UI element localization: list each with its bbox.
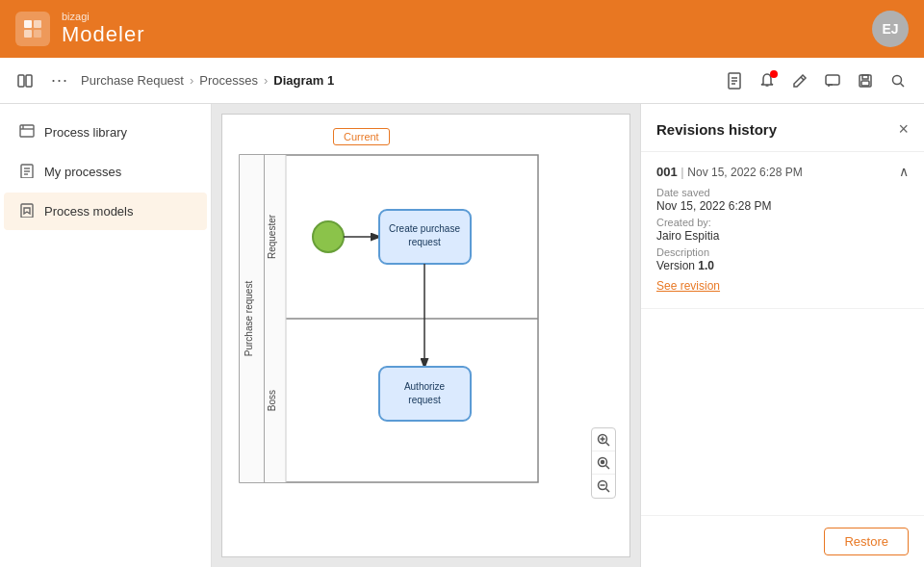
date-saved-value: Nov 15, 2022 6:28 PM (656, 199, 909, 213)
sidebar-item-my-processes[interactable]: My processes (4, 153, 207, 191)
see-revision-row: See revision (656, 278, 909, 293)
restore-button[interactable]: Restore (824, 528, 909, 555)
revision-date-saved-row: Date saved Nov 15, 2022 6:28 PM (656, 187, 909, 213)
requester-label-text: Requester (267, 214, 277, 259)
authorize-task-text: Authorize (404, 381, 446, 392)
description-label: Description (656, 246, 909, 258)
process-library-icon (19, 123, 35, 142)
svg-point-16 (893, 75, 902, 84)
zoom-in-button[interactable] (592, 428, 615, 451)
brand: bizagi Modeler (62, 11, 144, 47)
date-saved-label: Date saved (656, 187, 909, 198)
main-layout: Process library My processes Process m (0, 104, 924, 567)
search-button[interactable] (884, 66, 912, 95)
document-button[interactable] (720, 66, 749, 95)
edit-button[interactable] (785, 66, 814, 95)
my-processes-label: My processes (44, 165, 121, 179)
revision-description-row: Description Version 1.0 (656, 246, 909, 272)
revision-item: 001 | Nov 15, 2022 6:28 PM ∧ Date saved … (641, 152, 924, 309)
start-event (313, 221, 344, 252)
brand-large: Modeler (62, 22, 144, 47)
svg-rect-14 (862, 75, 868, 79)
created-by-label: Created by: (656, 217, 909, 228)
authorize-task-text2: request (408, 395, 441, 405)
sidebar-item-process-models[interactable]: Process models (4, 193, 207, 230)
process-models-label: Process models (44, 204, 133, 219)
process-library-label: Process library (44, 125, 127, 140)
svg-rect-2 (24, 30, 32, 38)
pool-label-text: Purchase request (244, 281, 254, 357)
breadcrumb-purchase-request[interactable]: Purchase Request (81, 73, 184, 88)
pool-svg: Purchase request Requester Boss (222, 115, 629, 556)
svg-rect-15 (861, 81, 869, 86)
description-prefix: Version (656, 259, 698, 272)
more-button[interactable]: ··· (46, 67, 73, 94)
sidebar-item-process-library[interactable]: Process library (4, 114, 207, 151)
canvas-area: Current Purchase request Requester (212, 104, 640, 567)
canvas-inner: Current Purchase request Requester (221, 114, 630, 557)
brand-small: bizagi (62, 11, 144, 22)
create-task-text: Create purchase (389, 223, 460, 234)
save-button[interactable] (851, 66, 880, 95)
panel-toggle-button[interactable] (12, 67, 38, 94)
notification-dot (770, 70, 778, 78)
revision-num-text: 001 (656, 165, 678, 179)
svg-rect-3 (34, 30, 41, 38)
create-task-text2: request (408, 237, 441, 247)
svg-line-40 (606, 465, 610, 469)
revision-number-row: 001 | Nov 15, 2022 6:28 PM ∧ (656, 164, 909, 179)
svg-rect-25 (21, 204, 33, 218)
svg-line-11 (801, 77, 804, 80)
zoom-out-button[interactable] (592, 475, 615, 498)
svg-rect-0 (24, 20, 32, 28)
revisions-close-button[interactable]: × (898, 119, 909, 140)
breadcrumb-sep-1: › (190, 73, 193, 88)
breadcrumb-diagram1[interactable]: Diagram 1 (273, 73, 334, 88)
breadcrumb-processes[interactable]: Processes (199, 73, 258, 88)
header: bizagi Modeler EJ (0, 0, 924, 58)
sidebar: Process library My processes Process m (0, 104, 212, 567)
see-revision-link[interactable]: See revision (656, 279, 720, 293)
revision-footer: Restore (641, 515, 924, 567)
revisions-panel: Revisions history × 001 | Nov 15, 2022 6… (640, 104, 924, 567)
svg-rect-5 (26, 75, 32, 87)
toolbar: ··· Purchase Request › Processes › Diagr… (0, 58, 924, 104)
comment-button[interactable] (818, 66, 847, 95)
description-value: Version 1.0 (656, 259, 909, 272)
zoom-fit-button[interactable] (592, 451, 615, 475)
bell-button[interactable] (753, 66, 782, 95)
breadcrumb-sep-2: › (264, 73, 268, 88)
authorize-task-box (379, 367, 471, 421)
breadcrumb: Purchase Request › Processes › Diagram 1 (81, 73, 334, 88)
revision-number: 001 | Nov 15, 2022 6:28 PM (656, 165, 803, 179)
revision-date-text: Nov 15, 2022 6:28 PM (687, 166, 802, 179)
boss-label-text: Boss (267, 390, 277, 411)
revisions-title: Revisions history (656, 121, 777, 138)
bpmn-diagram: Current Purchase request Requester (222, 115, 629, 556)
svg-rect-4 (18, 75, 24, 87)
my-processes-icon (19, 163, 35, 181)
svg-point-41 (602, 460, 604, 463)
svg-line-43 (606, 489, 610, 493)
description-version: 1.0 (698, 259, 714, 272)
created-by-value: Jairo Espitia (656, 229, 909, 243)
avatar[interactable]: EJ (872, 11, 909, 47)
svg-rect-1 (34, 20, 41, 28)
svg-rect-18 (20, 125, 34, 137)
svg-line-36 (606, 442, 610, 446)
process-models-icon (19, 202, 35, 220)
svg-line-17 (901, 83, 905, 87)
revision-collapse-button[interactable]: ∧ (899, 164, 909, 179)
zoom-controls (591, 427, 616, 499)
svg-rect-12 (826, 75, 839, 85)
logo-icon (15, 12, 50, 46)
toolbar-right (720, 66, 912, 95)
revisions-header: Revisions history × (641, 104, 924, 152)
revision-created-by-row: Created by: Jairo Espitia (656, 217, 909, 243)
